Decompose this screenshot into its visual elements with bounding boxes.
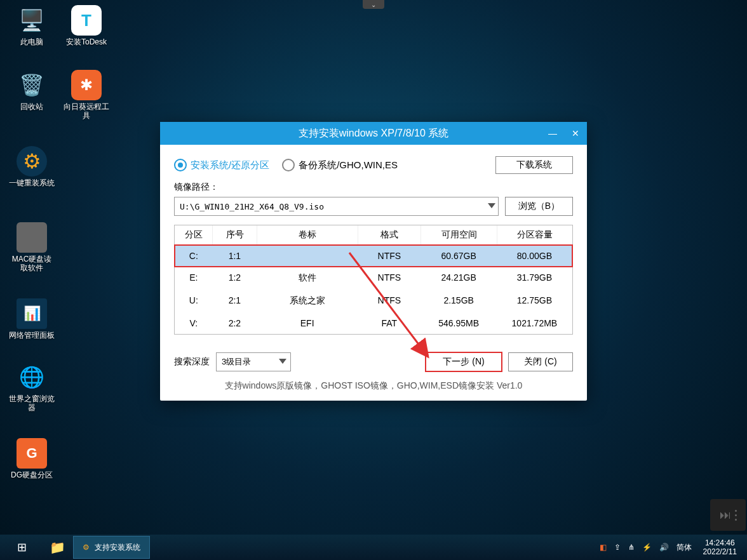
todesk-icon: T	[81, 11, 91, 30]
table-row[interactable]: E: 1:2 软件 NTFS 24.21GB 31.79GB	[175, 267, 572, 290]
col-format: 格式	[358, 225, 422, 244]
windows-icon: ⊞	[17, 540, 27, 554]
gear-icon: ⚙	[23, 149, 41, 173]
partition-table: 分区 序号 卷标 格式 可用空间 分区容量 C: 1:1 NTFS 60.67G…	[174, 225, 573, 335]
clock-date: 2022/2/11	[703, 547, 737, 556]
footer-text: 支持windows原版镜像，GHOST ISO镜像，GHO,WIM,ESD镜像安…	[174, 380, 573, 392]
desktop-icon-dg-partition[interactable]: G DG硬盘分区	[8, 438, 56, 479]
dropdown-icon	[279, 359, 286, 364]
close-button[interactable]: ✕	[564, 122, 587, 145]
table-row[interactable]: C: 1:1 NTFS 60.67GB 80.00GB	[175, 245, 572, 267]
image-path-label: 镜像路径：	[174, 182, 573, 193]
table-header: 分区 序号 卷标 格式 可用空间 分区容量	[175, 225, 572, 245]
taskbar-app-installer[interactable]: ⚙ 支持安装系统	[73, 536, 150, 559]
search-depth-label: 搜索深度	[174, 356, 210, 368]
desktop-icon-label: 一键重装系统	[8, 178, 56, 187]
taskbar-app-title: 支持安装系统	[95, 542, 140, 553]
taskbar-file-explorer[interactable]: 📁	[43, 535, 72, 560]
radio-install-system[interactable]: 安装系统/还原分区	[174, 159, 269, 171]
desktop-icon-label: 此电脑	[8, 37, 56, 46]
image-path-input[interactable]: U:\G_WIN10_21H2_X64_Q8_V9.iso	[174, 197, 499, 216]
table-row[interactable]: V: 2:2 EFI FAT 546.95MB 1021.72MB	[175, 312, 572, 334]
desktop-icon-sunflower[interactable]: ✱ 向日葵远程工 具	[62, 70, 111, 120]
taskbar-clock[interactable]: 14:24:46 2022/2/11	[699, 538, 741, 556]
globe-icon: 🌐	[19, 365, 44, 389]
path-value: U:\G_WIN10_21H2_X64_Q8_V9.iso	[180, 202, 324, 211]
browse-button[interactable]: 浏览（B）	[505, 197, 573, 216]
col-volume: 卷标	[257, 225, 358, 244]
ime-indicator[interactable]: 简体	[676, 542, 692, 553]
dropdown-icon	[488, 203, 495, 208]
sunflower-icon: ✱	[80, 76, 93, 94]
desktop-icon-label: DG硬盘分区	[8, 470, 56, 479]
taskbar: ⊞ 📁 ⚙ 支持安装系统 ◧ ⇪ ⋔ ⚡ 🔊 简体 14:24:46 2022/…	[0, 535, 747, 560]
forward-icon: ⏭	[720, 509, 731, 522]
select-value: 3级目录	[222, 356, 251, 368]
desktop-icon-label: 回收站	[8, 102, 56, 111]
dg-icon: G	[26, 445, 37, 462]
radio-label: 安装系统/还原分区	[191, 159, 269, 171]
system-tray: ◧ ⇪ ⋔ ⚡ 🔊 简体 14:24:46 2022/2/11	[600, 538, 747, 556]
battery-icon[interactable]: ⚡	[642, 543, 652, 552]
trash-icon: 🗑️	[19, 73, 44, 97]
notification-preview[interactable]: ⏭	[710, 499, 746, 531]
desktop-icon-reinstall[interactable]: ⚙ 一键重装系统	[8, 146, 56, 187]
desktop-icon-mac-disk[interactable]: MAC硬盘读 取软件	[8, 222, 56, 272]
desktop-icon-label: 安装ToDesk	[62, 37, 111, 46]
chart-icon: 📊	[24, 305, 41, 322]
start-button[interactable]: ⊞	[0, 535, 43, 560]
clock-time: 14:24:46	[703, 538, 737, 547]
window-title: 支持安装windows XP/7/8/10 系统	[299, 127, 449, 140]
radio-label: 备份系统/GHO,WIN,ES	[299, 159, 398, 171]
download-system-button[interactable]: 下载系统	[495, 156, 573, 174]
desktop-icon-todesk[interactable]: T 安装ToDesk	[62, 5, 111, 46]
col-capacity: 分区容量	[497, 225, 572, 244]
close-window-button[interactable]: 关闭 (C)	[508, 352, 573, 371]
col-free: 可用空间	[421, 225, 497, 244]
folder-icon: 📁	[50, 540, 65, 555]
desktop-icon-label: MAC硬盘读 取软件	[8, 255, 56, 272]
col-index: 序号	[213, 225, 257, 244]
installer-window: 支持安装windows XP/7/8/10 系统 — ✕ 安装系统/还原分区 备…	[160, 122, 587, 401]
gear-icon: ⚙	[83, 543, 90, 552]
desktop-icon-network-panel[interactable]: 📊 网络管理面板	[8, 298, 56, 340]
desktop-icon-label: 世界之窗浏览 器	[8, 394, 56, 412]
minimize-button[interactable]: —	[541, 122, 564, 145]
desktop-icon-recycle-bin[interactable]: 🗑️ 回收站	[8, 70, 56, 111]
col-partition: 分区	[175, 225, 213, 244]
tray-app-icon[interactable]: ◧	[600, 543, 607, 552]
desktop-icon-this-pc[interactable]: 🖥️ 此电脑	[8, 5, 56, 46]
radio-selected-icon	[174, 159, 187, 171]
desktop-icon-browser[interactable]: 🌐 世界之窗浏览 器	[8, 362, 56, 412]
titlebar[interactable]: 支持安装windows XP/7/8/10 系统 — ✕	[160, 122, 587, 145]
next-button[interactable]: 下一步 (N)	[426, 352, 502, 371]
volume-icon[interactable]: 🔊	[659, 543, 669, 552]
radio-backup-system[interactable]: 备份系统/GHO,WIN,ES	[282, 159, 398, 171]
wifi-icon[interactable]: ⋔	[628, 543, 635, 552]
monitor-icon: 🖥️	[19, 8, 44, 32]
search-depth-select[interactable]: 3级目录	[216, 352, 291, 371]
table-row[interactable]: U: 2:1 系统之家 NTFS 2.15GB 12.75GB	[175, 290, 572, 312]
usb-icon[interactable]: ⇪	[614, 543, 621, 552]
desktop-icon-label: 向日葵远程工 具	[62, 102, 111, 120]
desktop-icon-label: 网络管理面板	[8, 331, 56, 340]
radio-icon	[282, 159, 295, 171]
